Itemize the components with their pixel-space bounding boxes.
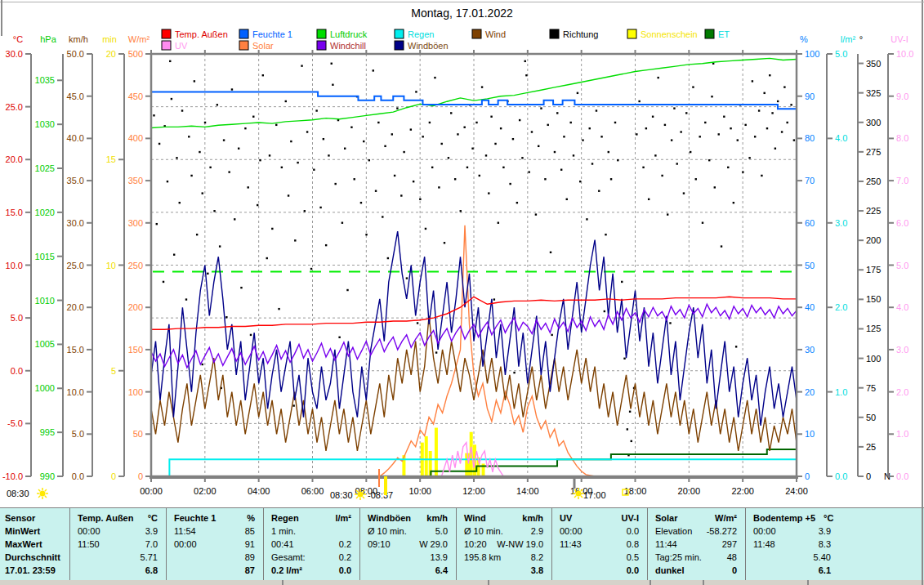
series-richtung-dot (244, 127, 246, 129)
legend-swatch-windb-en (395, 41, 404, 50)
series-richtung-dot (199, 151, 200, 153)
axis-tick-label: 25.0 (67, 261, 84, 270)
series-richtung-dot (266, 257, 268, 259)
series-richtung-dot (323, 138, 324, 140)
axis-tick-label: 50.0 (67, 49, 84, 59)
axis-tick-label: 1010 (35, 296, 55, 306)
legend-swatch-wind (472, 29, 481, 38)
table-separator (551, 508, 552, 580)
series-richtung-dot (188, 136, 190, 137)
axis-tick-label: 45.0 (67, 92, 84, 101)
series-richtung-dot (582, 139, 583, 141)
sunrise-time: 08:30 (330, 490, 353, 500)
series-richtung-dot (454, 178, 456, 180)
series-richtung-dot (163, 281, 164, 283)
series-richtung-dot (248, 186, 249, 188)
series-richtung-dot (360, 202, 362, 203)
table-cell-value: 13.9 (368, 552, 448, 562)
axis-tick-label: 1025 (35, 163, 55, 173)
series-richtung-dot (216, 104, 218, 105)
series-richtung-dot (683, 192, 685, 194)
axis-tick-label: 400 (128, 133, 143, 143)
table-header-unit: km/h (368, 513, 448, 523)
series-sonnenschein-bar (435, 428, 438, 476)
axis-unit-: % (800, 34, 808, 44)
series-richtung-dot (764, 92, 766, 94)
series-richtung-dot (225, 316, 227, 318)
series-richtung-dot (457, 133, 458, 135)
axis-tick-label: 50 (866, 413, 876, 422)
series-richtung-dot (422, 136, 423, 137)
series-richtung-dot (692, 86, 694, 87)
series-richtung-dot (415, 91, 417, 92)
axis-unit-uv-i: UV-I (891, 34, 908, 44)
window-border-right (922, 0, 923, 585)
series-richtung-dot (479, 175, 480, 176)
axis-tick-label: 10 (106, 261, 116, 270)
series-richtung-dot (737, 139, 739, 141)
series-richtung-dot (466, 167, 468, 168)
series-richtung-dot (711, 96, 712, 97)
series-richtung-dot (547, 124, 549, 126)
series-richtung-dot (403, 151, 404, 153)
series-richtung-dot (209, 167, 211, 168)
table-separator (263, 508, 264, 580)
axis-tick-label: 5.0 (835, 49, 847, 59)
axis-tick-label: 4.0 (896, 302, 908, 312)
axis-tick-label: 3.0 (835, 218, 847, 228)
series-richtung-dot (645, 127, 647, 129)
axis-tick-label: 0.0 (72, 471, 84, 481)
axis-tick-label: 2.0 (835, 302, 847, 312)
sunset-time: 17:00 (583, 490, 606, 500)
series-richtung-dot (554, 151, 556, 153)
series-richtung-dot (450, 112, 452, 114)
series-richtung-dot (591, 163, 593, 164)
axis-tick-label: 80 (805, 133, 815, 143)
axis-tick-label: 0.0 (835, 471, 847, 481)
axis-tick-label: 200 (866, 235, 881, 245)
axis-tick-label: 0 (111, 471, 116, 481)
series-richtung-dot (207, 273, 208, 275)
axis-tick-label: 175 (866, 265, 881, 275)
series-richtung-dot (535, 213, 537, 215)
series-richtung-dot (761, 175, 762, 176)
table-separator (166, 508, 167, 580)
table-cell-value: 0.8 (560, 539, 639, 549)
series-richtung-dot (167, 181, 168, 182)
series-richtung-dot (560, 169, 562, 171)
series-richtung-dot (257, 204, 258, 206)
axis-tick-label: 300 (128, 218, 143, 228)
table-cell-value: 85 (174, 526, 255, 536)
series-richtung-dot (519, 119, 520, 121)
series-richtung-dot (621, 281, 623, 283)
series-richtung-dot (690, 151, 691, 153)
series-richtung-dot (169, 60, 171, 62)
status-bar (0, 580, 924, 585)
table-cell-value: 48 (655, 552, 737, 562)
series-richtung-dot (629, 411, 631, 413)
axis-tick-label: 10.0 (896, 49, 913, 59)
series-richtung-dot (695, 178, 697, 180)
stats-table: SensorMinWertMaxWertDurchschnitt17.01. 2… (0, 507, 924, 581)
series-richtung-dot (781, 131, 783, 132)
axis-tick-label: 5 (111, 366, 116, 376)
series-richtung-dot (727, 167, 729, 168)
series-richtung-dot (742, 171, 743, 172)
series-richtung-dot (579, 181, 581, 182)
legend-swatch-et (705, 29, 714, 38)
table-cell-value: 3.9 (78, 526, 158, 536)
series-richtung-dot (512, 138, 514, 140)
series-richtung-dot (460, 210, 462, 212)
axis-tick-label: 100 (128, 387, 143, 397)
series-richtung-dot (354, 178, 355, 180)
series-richtung-dot (425, 228, 426, 230)
legend-swatch-windchill (317, 41, 326, 50)
series-richtung-dot (488, 192, 489, 194)
series-richtung-dot (350, 127, 352, 128)
series-richtung-dot (733, 202, 734, 203)
table-separator (359, 508, 360, 580)
axis-unit-min: min (102, 34, 117, 44)
series-richtung-dot (331, 63, 333, 65)
series-richtung-dot (654, 154, 656, 156)
series-richtung-dot (444, 242, 445, 243)
